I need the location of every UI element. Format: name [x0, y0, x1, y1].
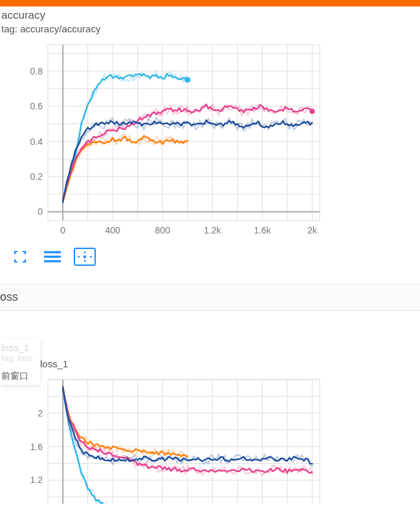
section-loss-label: oss [0, 290, 18, 304]
overlay-cn: 前窗口 [1, 371, 32, 382]
svg-point-35 [184, 76, 190, 82]
chart1-title: accuracy [1, 9, 419, 22]
overlay-tooltip: loss_1 tag: loss 前窗口 [0, 340, 40, 385]
chart1-toolbar [9, 248, 411, 266]
overlay-subtitle: tag: loss [1, 353, 32, 363]
svg-text:0.8: 0.8 [30, 65, 43, 76]
svg-text:0.4: 0.4 [30, 136, 43, 146]
svg-text:2: 2 [38, 408, 43, 418]
svg-text:1.2: 1.2 [30, 475, 43, 486]
chart1-plot[interactable]: 00.20.40.60.804008001.2k1.6k2k [9, 39, 411, 240]
svg-point-40 [83, 255, 86, 257]
svg-text:400: 400 [105, 225, 121, 235]
expand-icon[interactable] [9, 248, 31, 266]
svg-point-36 [309, 109, 315, 114]
svg-text:0.2: 0.2 [30, 171, 43, 182]
svg-text:800: 800 [155, 225, 171, 235]
svg-text:0: 0 [60, 225, 65, 235]
overlay-title: loss_1 [1, 342, 32, 353]
svg-text:2k: 2k [307, 225, 318, 235]
svg-text:1.2k: 1.2k [204, 225, 221, 235]
svg-text:0: 0 [38, 206, 43, 217]
list-icon[interactable] [41, 248, 63, 266]
fit-icon[interactable] [74, 248, 96, 266]
svg-text:1.6: 1.6 [30, 442, 43, 452]
chart2-title: loss_1 [1, 345, 419, 358]
top-accent-bar [0, 0, 420, 6]
section-loss-header[interactable]: oss [0, 284, 420, 311]
chart1-tag: tag: accuracy/accuracy [1, 23, 419, 34]
chart2-tag: tag: loss/loss_1 [1, 358, 419, 369]
svg-text:1.6k: 1.6k [254, 225, 271, 235]
svg-text:0.6: 0.6 [30, 101, 43, 111]
chart2-plot[interactable]: 0.40.81.21.6204008001.2k1.6k2k [9, 374, 411, 504]
